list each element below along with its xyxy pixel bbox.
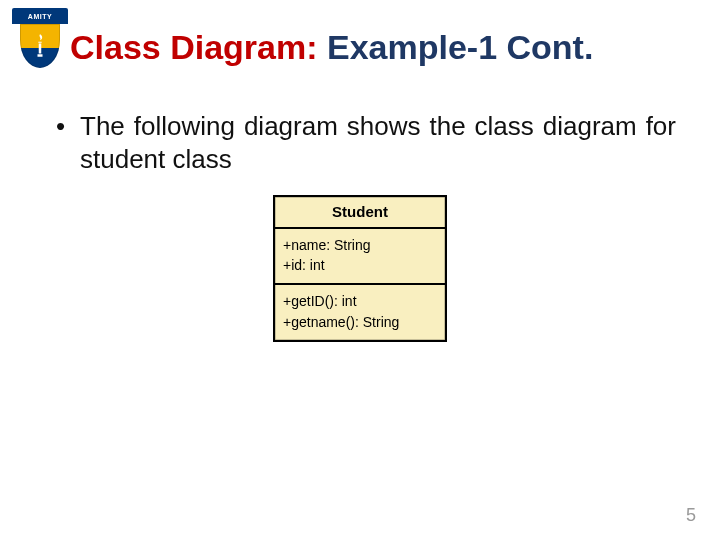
- uml-container: Student +name: String +id: int +getID():…: [0, 195, 720, 342]
- slide: AMITY Class Diagram: Example-1 Cont. • T…: [0, 0, 720, 540]
- amity-logo-shield: [20, 24, 60, 68]
- torch-icon: [30, 32, 50, 60]
- body-text: • The following diagram shows the class …: [56, 110, 676, 177]
- bullet-text: The following diagram shows the class di…: [80, 110, 676, 177]
- title-part-2: Example-1 Cont.: [318, 28, 594, 66]
- bullet-marker: •: [56, 110, 80, 177]
- amity-logo-banner: AMITY: [12, 8, 68, 24]
- uml-operation: +getID(): int: [283, 291, 437, 311]
- uml-operations: +getID(): int +getname(): String: [275, 283, 445, 340]
- uml-class-box: Student +name: String +id: int +getID():…: [273, 195, 447, 342]
- bullet-item: • The following diagram shows the class …: [56, 110, 676, 177]
- title-part-1: Class Diagram:: [70, 28, 318, 66]
- amity-logo: AMITY: [12, 8, 68, 64]
- slide-title: Class Diagram: Example-1 Cont.: [70, 28, 593, 67]
- uml-attributes: +name: String +id: int: [275, 227, 445, 284]
- uml-attribute: +name: String: [283, 235, 437, 255]
- uml-operation: +getname(): String: [283, 312, 437, 332]
- page-number: 5: [686, 505, 696, 526]
- uml-class-name: Student: [275, 197, 445, 227]
- uml-attribute: +id: int: [283, 255, 437, 275]
